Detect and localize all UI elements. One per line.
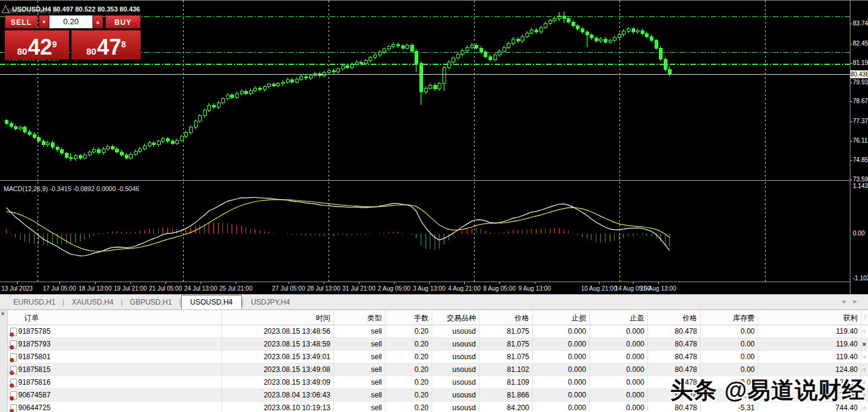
cell-5: 81.109 <box>481 378 529 387</box>
cell-6: 0.000 <box>535 353 586 361</box>
price-axis-label: 74.855 <box>853 157 868 163</box>
time-axis-tick <box>429 282 430 284</box>
cell-6: 0.000 <box>535 365 586 374</box>
column-header[interactable]: 止盈 <box>592 313 644 323</box>
tab-xauusd-h4[interactable]: XAUUSD,H4 <box>64 295 121 309</box>
table-row[interactable]: 918757932023.08.15 13:48:59sell0.20usous… <box>8 338 868 351</box>
time-axis: 13 Jul 202317 Jul 05:0018 Jul 13:0019 Ju… <box>0 282 850 294</box>
tab-eurusd-h1[interactable]: EURUSD,H1 <box>6 295 62 309</box>
order-sell-icon <box>10 391 17 400</box>
price-axis-tick <box>850 24 852 24</box>
macd-values-label: MACD(12,26,9) -0.3415 -0.0892 0.0000 -0.… <box>4 185 139 192</box>
orders-panel-close-icon[interactable]: × <box>1 311 4 317</box>
table-row[interactable]: 918757852023.08.15 13:48:56sell0.20usous… <box>8 325 868 338</box>
panel-splitter[interactable] <box>0 180 850 181</box>
cell-5: 81.102 <box>481 365 529 374</box>
cell-2: sell <box>336 327 382 336</box>
time-axis-tick <box>289 282 289 284</box>
time-axis-label: 31 Jul 21:00 <box>342 285 376 292</box>
order-sell-icon <box>10 328 17 336</box>
cell-4: usousd <box>434 327 476 336</box>
table-row[interactable]: 918758012023.08.15 13:49:01sell0.20usous… <box>8 351 868 363</box>
buy-button[interactable]: BUY <box>105 15 141 29</box>
column-header[interactable]: 时间 <box>224 313 330 323</box>
cell-8: 80.478 <box>650 353 697 361</box>
cell-1: 2023.08.15 13:49:08 <box>224 365 330 374</box>
column-header[interactable]: 价格 <box>650 313 697 323</box>
cell-2: sell <box>336 378 382 387</box>
cell-9: 0.00 <box>703 365 755 374</box>
time-axis-label: 25 Jul 21:00 <box>219 285 253 292</box>
column-header[interactable]: 库存费 <box>703 313 755 323</box>
column-header[interactable]: 手数 <box>387 313 429 323</box>
order-sell-icon <box>10 353 17 362</box>
cell-10: 124.80 <box>760 365 858 374</box>
time-axis-label: 13 Jul 2023 <box>1 285 33 292</box>
cell-0: 91875801 <box>18 353 50 361</box>
close-order-icon[interactable]: × <box>863 328 866 335</box>
time-axis-tick <box>17 282 18 284</box>
tab-usousd-h4[interactable]: USOUSD,H4 <box>181 295 242 309</box>
tab-scroll-left-icon[interactable]: ◄ <box>840 298 852 305</box>
price-axis-tick <box>850 63 852 64</box>
price-axis-label: 83.745 <box>853 20 868 27</box>
column-header[interactable]: 价格 <box>481 313 529 323</box>
sell-price-display[interactable]: 80 42 9 <box>5 30 69 59</box>
time-axis-tick <box>633 282 633 284</box>
macd-axis-label: 1.1436 <box>853 183 868 189</box>
watermark-text: 头条 @易道说财经 <box>670 375 866 406</box>
column-header[interactable]: 订单 <box>24 313 39 323</box>
cell-6: 0.000 <box>535 404 586 412</box>
cell-7: 0.000 <box>592 353 644 361</box>
sell-price-small: 80 <box>17 47 27 56</box>
column-header[interactable]: 交易品种 <box>434 313 476 323</box>
column-header[interactable]: 类型 <box>336 313 382 323</box>
sell-button[interactable]: SELL <box>5 15 38 29</box>
cell-4: usousd <box>434 340 476 348</box>
price-axis-tick <box>850 44 852 44</box>
column-header[interactable]: 止损 <box>535 313 586 323</box>
time-axis-label: 18 Jul 13:00 <box>79 285 112 292</box>
cell-8: 80.478 <box>650 327 697 336</box>
cell-3: 0.20 <box>387 378 429 387</box>
price-axis-label: 78.670 <box>853 98 868 104</box>
cell-9: 0.00 <box>703 353 755 361</box>
tab-scroll-right-icon[interactable]: ► <box>852 298 864 305</box>
table-row[interactable]: 918758152023.08.15 13:49:08sell0.20usous… <box>8 363 868 376</box>
cell-0: 91875785 <box>18 327 50 336</box>
cell-2: sell <box>336 391 382 399</box>
time-axis-tick <box>59 282 60 284</box>
buy-price-small: 80 <box>86 47 96 56</box>
price-axis-tick <box>850 101 852 102</box>
tab-scroll-arrows[interactable]: ◄► <box>840 298 864 305</box>
time-axis-tick <box>658 282 659 284</box>
orders-panel-left-strip: × <box>0 310 8 412</box>
column-header[interactable]: 获利 <box>760 313 858 323</box>
time-axis-tick <box>95 282 96 284</box>
chart-title-ohlc: USOUSD,H4 80.497 80.522 80.353 80.436 <box>12 5 140 13</box>
tab-usdjpy-h4[interactable]: USDJPY,H4 <box>244 295 297 309</box>
volume-input[interactable]: 0.20 <box>49 15 93 29</box>
tab-gbpusd-h1[interactable]: GBPUSD,H1 <box>122 295 179 309</box>
chart-tab-bar: EURUSD,H1|XAUUSD,H4|GBPUSD,H1|USOUSD,H4|… <box>0 294 868 310</box>
sell-price-big: 42 <box>28 38 52 57</box>
cell-2: sell <box>336 404 382 412</box>
cell-2: sell <box>336 353 382 361</box>
volume-decrement-button[interactable]: ▼ <box>39 15 49 29</box>
cell-7: 0.000 <box>592 404 644 412</box>
time-axis-tick <box>165 282 166 284</box>
close-order-icon[interactable]: × <box>863 340 866 348</box>
close-order-icon[interactable]: × <box>863 366 866 373</box>
price-axis: 80.436 83.74582.45081.19079.93078.67077.… <box>850 1 868 294</box>
time-axis-label: 9 Aug 13:00 <box>518 285 550 292</box>
cell-3: 0.20 <box>387 327 429 336</box>
volume-increment-button[interactable]: ▲ <box>93 15 103 29</box>
cell-2: sell <box>336 365 382 374</box>
cell-1: 2023.08.15 13:48:56 <box>224 327 330 336</box>
cell-0: 90644725 <box>18 404 50 412</box>
time-axis-tick <box>535 282 535 284</box>
buy-price-display[interactable]: 80 47 8 <box>72 30 141 59</box>
close-order-icon[interactable]: × <box>863 353 866 360</box>
macd-indicator-chart <box>0 182 850 282</box>
sell-price-sup: 9 <box>52 40 57 49</box>
